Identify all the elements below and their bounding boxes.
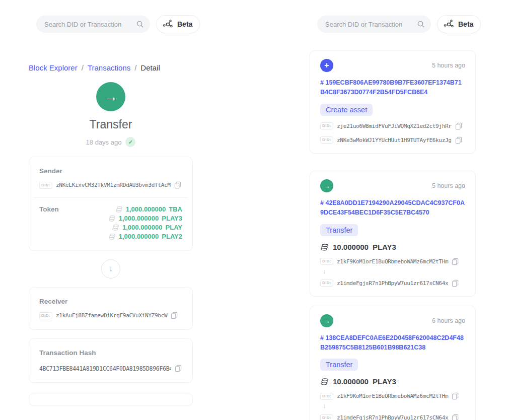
transaction-hash-value: 4BC713FBE8441A819D1CC64F0DA81985D896F6B4… <box>39 365 171 372</box>
transaction-card-header: → 6 hours ago <box>320 314 465 327</box>
block-explorer-page: Beta Block Explorer / Transactions / Det… <box>0 0 507 420</box>
did-address[interactable]: z1kF9KoM1orE1BuQRbmeboWAMz6mcM2tTHm <box>337 393 448 399</box>
did-address[interactable]: z1imdeFgjsR7n1PhBpyW7uu1zr617sCN64x <box>337 414 448 420</box>
did-row: DID: z1imdeFgjsR7n1PhBpyW7uu1zr617sCN64x <box>320 279 465 287</box>
search-input[interactable] <box>325 21 414 28</box>
token-amount: 1,000.000000 TBA <box>108 205 182 213</box>
did-row: DID: z1kF9KoM1orE1BuQRbmeboWAMz6mcM2tTHm <box>320 258 465 265</box>
copy-icon[interactable] <box>455 136 463 144</box>
did-badge: DID: <box>320 393 333 400</box>
time-text: 18 days ago <box>86 138 122 146</box>
create-asset-icon: + <box>320 59 333 72</box>
search-box[interactable] <box>36 16 150 33</box>
copy-icon[interactable] <box>175 365 182 372</box>
transaction-type-badge[interactable]: Create asset <box>320 104 373 116</box>
did-address[interactable]: z1kF9KoM1orE1BuQRbmeboWAMz6mcM2tTHm <box>337 258 448 265</box>
beta-button[interactable]: Beta <box>156 15 200 33</box>
transaction-card: → 5 hours ago # 42E8A0DD1E7194290A29045C… <box>310 171 476 297</box>
did-badge: DID: <box>320 414 333 420</box>
did-badge: DID: <box>39 182 52 189</box>
down-arrow-icon: ↓ <box>323 402 465 409</box>
sender-card: Sender DID: zNKeLKixvCM32TkVM1zmRDdAU3bv… <box>29 157 193 251</box>
transaction-card-header: + 5 hours ago <box>320 59 465 72</box>
receiver-did-row: DID: z1kAuFj8BZfamewDiKrgF9aCVuXiNYZ9bcW <box>39 312 182 319</box>
search-input[interactable] <box>44 21 133 28</box>
did-badge: DID: <box>320 122 333 129</box>
did-address[interactable]: zje21uo6W8midFVuFJiWQMqXZ1ed2ct9jhRr <box>337 123 452 129</box>
sender-address[interactable]: zNKeLKixvCM32TkVM1zmRDdAU3bvm3dTtAcM <box>56 182 171 188</box>
transaction-hash-row: 4BC713FBE8441A819D1CC64F0DA81985D896F6B4… <box>39 365 182 372</box>
amount-row: 10.000000 PLAY3 <box>320 377 465 386</box>
breadcrumb: Block Explorer / Transactions / Detail <box>29 63 193 72</box>
token-symbol: PLAY2 <box>162 233 182 240</box>
copy-icon[interactable] <box>452 414 459 420</box>
did-badge: DID: <box>320 279 333 287</box>
token-value: 1,000.000000 <box>122 224 163 231</box>
transfer-icon: → <box>96 82 125 111</box>
coins-icon <box>108 233 116 240</box>
down-arrow-icon: ↓ <box>323 267 465 275</box>
token-amount: 1,000.000000 PLAY <box>108 224 182 231</box>
flow-down-arrow-icon: ↓ <box>101 259 120 278</box>
transaction-hash-link[interactable]: # 159ECBF806AE99780B9B7FE3607EF1374B71B4… <box>320 78 465 98</box>
receiver-card: Receiver DID: z1kAuFj8BZfamewDiKrgF9aCVu… <box>29 287 193 330</box>
token-amount: 1,000.000000 PLAY2 <box>108 233 182 240</box>
transaction-type-badge[interactable]: Transfer <box>320 224 358 236</box>
did-row: DID: zje21uo6W8midFVuFJiWQMqXZ1ed2ct9jhR… <box>320 122 465 130</box>
transactions-list-panel: Beta + 5 hours ago # 159ECBF806AE99780B9… <box>310 15 476 420</box>
did-row: DID: zNKe3wMokWJ1YYUcHUut1H9TUTAyfE6kuzJ… <box>320 136 465 144</box>
token-amount: 1,000.000000 PLAY3 <box>108 215 182 222</box>
token-label: Token <box>39 205 59 240</box>
amount-symbol: PLAY3 <box>373 243 396 251</box>
breadcrumb-transactions[interactable]: Transactions <box>88 63 130 72</box>
copy-icon[interactable] <box>452 279 459 287</box>
token-symbol: PLAY <box>166 224 182 231</box>
network-icon <box>163 19 174 29</box>
receiver-address[interactable]: z1kAuFj8BZfamewDiKrgF9aCVuXiNYZ9bcW <box>56 312 167 319</box>
transaction-hash-card: Transaction Hash 4BC713FBE8441A819D1CC64… <box>29 338 193 383</box>
search-icon[interactable] <box>136 20 144 28</box>
amount-value: 10.000000 <box>333 377 369 386</box>
transaction-card: → 6 hours ago # 138CEA8DEFC0AE6E2D0458F6… <box>310 306 476 420</box>
transaction-time: 5 hours ago <box>432 62 465 69</box>
token-value: 1,000.000000 <box>119 233 159 240</box>
amount-row: 10.000000 PLAY3 <box>320 243 465 251</box>
coins-icon <box>115 205 123 213</box>
transaction-hash-link[interactable]: # 138CEA8DEFC0AE6E2D0458F620048C2D4F48B2… <box>320 333 465 353</box>
copy-icon[interactable] <box>455 122 463 130</box>
beta-button[interactable]: Beta <box>437 15 481 33</box>
transaction-type-badge[interactable]: Transfer <box>320 359 358 371</box>
transaction-detail-panel: Beta Block Explorer / Transactions / Det… <box>29 15 193 406</box>
receiver-label: Receiver <box>39 298 182 305</box>
transaction-card: + 5 hours ago # 159ECBF806AE99780B9B7FE3… <box>310 50 476 154</box>
did-row: DID: z1imdeFgjsR7n1PhBpyW7uu1zr617sCN64x <box>320 414 465 420</box>
search-box[interactable] <box>317 16 431 33</box>
breadcrumb-separator: / <box>82 63 84 72</box>
coins-icon <box>320 377 329 386</box>
did-row: DID: z1kF9KoM1orE1BuQRbmeboWAMz6mcM2tTHm <box>320 392 465 400</box>
search-icon[interactable] <box>417 20 425 28</box>
token-value: 1,000.000000 <box>119 215 159 222</box>
verified-icon: ✓ <box>125 137 135 147</box>
token-value: 1,000.000000 <box>126 205 166 213</box>
transaction-time: 18 days ago ✓ <box>29 137 193 147</box>
coins-icon <box>320 243 329 251</box>
token-list: 1,000.000000 TBA 1,000.000000 PLAY3 1,00… <box>108 205 182 240</box>
token-symbol: PLAY3 <box>162 215 182 222</box>
copy-icon[interactable] <box>171 312 178 319</box>
did-address[interactable]: z1imdeFgjsR7n1PhBpyW7uu1zr617sCN64x <box>337 280 448 287</box>
token-row: Token 1,000.000000 TBA 1,000.000000 PLAY… <box>39 205 182 240</box>
did-badge: DID: <box>39 312 52 319</box>
copy-icon[interactable] <box>452 258 459 265</box>
sender-label: Sender <box>39 167 182 175</box>
did-address[interactable]: zNKe3wMokWJ1YYUcHUut1H9TUTAyfE6kuzJg <box>337 137 452 144</box>
copy-icon[interactable] <box>452 392 459 400</box>
topbar-left: Beta <box>29 15 193 33</box>
page-title: Transfer <box>29 118 193 131</box>
next-card-partial <box>29 393 193 406</box>
copy-icon[interactable] <box>174 181 182 189</box>
network-icon <box>444 19 455 29</box>
transaction-hash-link[interactable]: # 42E8A0DD1E7194290A29045CDAC4C937CF0A9D… <box>320 198 465 218</box>
did-badge: DID: <box>320 136 333 144</box>
breadcrumb-block-explorer[interactable]: Block Explorer <box>29 63 78 72</box>
